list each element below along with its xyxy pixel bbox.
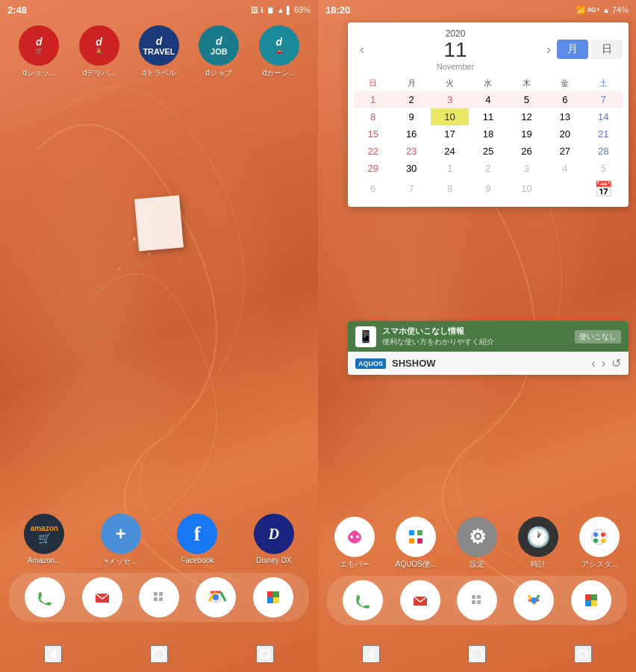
dtravel-icon[interactable]: d TRAVEL — [139, 25, 179, 66]
facebook-icon[interactable]: f — [177, 514, 217, 554]
cal-day[interactable]: 21 — [584, 125, 623, 143]
cal-day[interactable]: 20 — [546, 125, 584, 143]
app-dcar[interactable]: d 🚗 dカーシ... — [254, 25, 305, 78]
app-dshop[interactable]: d 🛒 dショッ... — [13, 25, 64, 78]
app-facebook[interactable]: f Facebook — [172, 514, 222, 567]
dcar-label: dカーシ... — [263, 68, 296, 78]
cal-day-other[interactable]: 8 — [431, 177, 469, 201]
emopa-icon[interactable] — [334, 517, 375, 557]
assistant-icon[interactable] — [579, 517, 620, 557]
app-dtravel[interactable]: d TRAVEL dトラベル — [134, 25, 184, 78]
calendar-edit-button[interactable]: 📅 — [594, 181, 613, 197]
cal-day[interactable]: 25 — [469, 143, 507, 160]
amazon-icon[interactable]: amazon 🛒 — [24, 514, 64, 554]
right-back-button[interactable] — [362, 645, 380, 663]
dcar-icon[interactable]: d 🚗 — [259, 25, 299, 66]
cal-day[interactable]: 3 — [431, 91, 469, 108]
cal-day[interactable]: 27 — [546, 143, 584, 160]
paper-widget[interactable] — [134, 196, 184, 252]
cal-day[interactable]: 15 — [354, 125, 392, 143]
app-settings[interactable]: ⚙ 設定 — [452, 517, 502, 570]
cal-day[interactable]: 23 — [392, 143, 430, 160]
calendar-prev-button[interactable]: ‹ — [354, 39, 370, 60]
cal-day[interactable]: 9 — [392, 108, 430, 125]
app-assistant[interactable]: アシスタ... — [574, 517, 625, 570]
news-refresh-button[interactable]: ↺ — [611, 356, 621, 370]
right-home-button[interactable] — [468, 645, 486, 663]
cal-day[interactable]: 14 — [584, 108, 623, 125]
cal-day[interactable]: 7 — [584, 91, 623, 108]
cal-day[interactable]: 30 — [392, 160, 430, 177]
cal-day[interactable]: 16 — [392, 125, 430, 143]
left-bottom-app-row: amazon 🛒 Amazon... + +メッセ... f Facebook — [6, 514, 312, 567]
app-ddeliver[interactable]: d 🚴 dデリバ... — [74, 25, 125, 78]
cal-day[interactable]: 8 — [354, 108, 392, 125]
cal-day[interactable]: 19 — [508, 125, 546, 143]
left-chrome-icon[interactable] — [196, 577, 236, 617]
right-wallet-icon[interactable] — [571, 580, 611, 620]
cal-day-other[interactable]: 7 — [392, 177, 430, 201]
cal-day[interactable]: 26 — [508, 143, 546, 160]
aquosben-icon[interactable] — [396, 517, 436, 557]
app-plusmsg[interactable]: + +メッセ... — [96, 514, 146, 567]
left-wallet-icon[interactable] — [253, 577, 293, 617]
cal-day-other[interactable]: 5 — [584, 160, 623, 177]
left-phone-icon[interactable] — [25, 577, 65, 617]
ddeliver-icon[interactable]: d 🚴 — [79, 25, 119, 66]
cal-day-other[interactable]: 10 — [508, 177, 546, 201]
news-next-button[interactable]: › — [602, 357, 605, 370]
calendar-day-view-button[interactable]: 日 — [591, 40, 623, 59]
cal-day[interactable]: 5 — [508, 91, 546, 108]
left-mail-icon[interactable] — [82, 577, 122, 617]
cal-day[interactable]: 12 — [508, 108, 546, 125]
cal-day[interactable]: 6 — [546, 91, 584, 108]
cal-day[interactable]: 4 — [469, 91, 507, 108]
disney-icon[interactable]: D — [254, 514, 294, 554]
left-apps-icon[interactable] — [139, 577, 179, 617]
settings-icon[interactable]: ⚙ — [457, 517, 497, 557]
cal-day-other[interactable]: 3 — [508, 160, 546, 177]
dshop-icon[interactable]: d 🛒 — [19, 25, 59, 66]
svg-point-5 — [34, 586, 56, 609]
left-back-button[interactable] — [44, 645, 62, 663]
app-djob[interactable]: d JOB dジョブ — [193, 25, 244, 78]
cal-day[interactable]: 29 — [354, 160, 392, 177]
cal-day[interactable]: 17 — [431, 125, 469, 143]
right-apps-icon[interactable] — [457, 580, 497, 620]
cal-day-other[interactable]: 1 — [431, 160, 469, 177]
djob-icon[interactable]: d JOB — [199, 25, 239, 66]
right-recents-button[interactable] — [574, 645, 592, 663]
plusmsg-icon[interactable]: + — [101, 514, 141, 554]
cal-day[interactable]: 24 — [431, 143, 469, 160]
right-nav-bar — [318, 639, 636, 672]
cal-day[interactable]: 18 — [469, 125, 507, 143]
svg-point-55 — [471, 648, 483, 660]
cal-day[interactable]: 22 — [354, 143, 392, 160]
right-mail-icon[interactable] — [400, 580, 440, 620]
right-status-bar: 18:20 📶 4G+ ▲ 74% — [318, 0, 636, 19]
cal-day[interactable]: 1 — [354, 91, 392, 108]
right-chrome-icon[interactable] — [514, 580, 554, 620]
cal-day-other[interactable]: 6 — [354, 177, 392, 201]
cal-day-other[interactable]: 2 — [469, 160, 507, 177]
cal-day[interactable]: 2 — [392, 91, 430, 108]
calendar-next-button[interactable]: › — [540, 39, 557, 60]
cal-day-other[interactable]: 4 — [546, 160, 584, 177]
app-clock[interactable]: 🕐 時計 — [513, 517, 564, 570]
right-phone-icon[interactable] — [343, 580, 383, 620]
app-disney[interactable]: D Disney DX — [249, 514, 299, 567]
cal-day-other[interactable]: 9 — [469, 177, 507, 201]
left-home-button[interactable] — [150, 645, 168, 663]
cal-day[interactable]: 28 — [584, 143, 623, 160]
calendar-month-view-button[interactable]: 月 — [557, 40, 588, 59]
app-aquosben[interactable]: AQUOS便... — [390, 517, 441, 570]
app-amazon[interactable]: amazon 🛒 Amazon... — [19, 514, 69, 567]
cal-today[interactable]: 10 — [431, 108, 469, 125]
app-emopa[interactable]: エモパー — [329, 517, 380, 570]
clock-icon[interactable]: 🕐 — [518, 517, 558, 557]
cal-day[interactable]: 11 — [469, 108, 507, 125]
left-recents-button[interactable] — [256, 645, 274, 663]
news-prev-button[interactable]: ‹ — [591, 357, 595, 370]
cal-day[interactable]: 13 — [546, 108, 584, 125]
info-icon: ℹ — [261, 6, 264, 14]
